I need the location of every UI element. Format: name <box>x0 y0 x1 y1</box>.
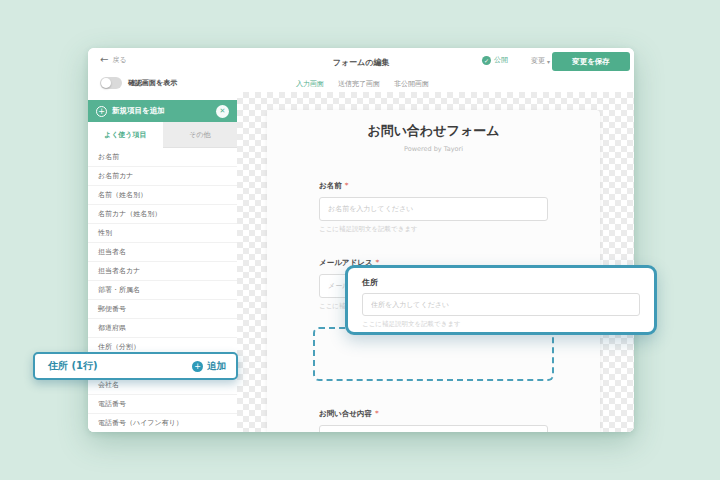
sidebar-tabs: よく使う項目 その他 <box>88 122 237 148</box>
field-label: お名前 <box>319 181 342 190</box>
required-mark: * <box>345 181 349 190</box>
drop-zone[interactable] <box>313 327 554 381</box>
add-item-label: 新規項目を追加 <box>112 106 216 116</box>
sidebar-item-contact-person[interactable]: 担当者名 <box>88 243 237 262</box>
form-field-name: お名前* ここに補足説明文を記載できます <box>319 173 548 234</box>
sidebar-item-name[interactable]: お名前 <box>88 148 237 167</box>
field-label: お問い合せ内容 <box>319 409 372 418</box>
sidebar-item-name-kana-split[interactable]: 名前カナ（姓名別） <box>88 205 237 224</box>
subheader: 確認画面を表示 入力画面 送信完了画面 非公開画面 <box>88 74 634 92</box>
toggle-knob <box>101 78 111 88</box>
drag-item-label: 住所 (1行) <box>48 359 192 373</box>
floating-field-card[interactable]: 住所 ここに補足説明文を記載できます <box>345 265 657 335</box>
sidebar-item-gender[interactable]: 性別 <box>88 224 237 243</box>
stage: ← 戻る フォームの編集 ✓ 公開 変更 ▾ 変更を保存 確認画面を表示 <box>0 0 720 480</box>
sidebar-item-phone-hyphen[interactable]: 電話番号（ハイフン有り） <box>88 414 237 432</box>
form-field-message: お問い合せ内容* <box>319 401 548 432</box>
plus-icon: + <box>192 361 203 372</box>
sidebar-field-list: お名前 お名前カナ 名前（姓名別） 名前カナ（姓名別） 性別 担当者名 担当者名… <box>88 148 237 432</box>
powered-by-label: Powered by Tayori <box>319 145 548 153</box>
drag-ghost-item[interactable]: 住所 (1行) + 追加 <box>33 352 238 380</box>
chevron-down-icon: ▾ <box>547 58 550 65</box>
sidebar-item-name-split[interactable]: 名前（姓名別） <box>88 186 237 205</box>
name-input[interactable] <box>319 197 548 221</box>
toggle-switch[interactable] <box>100 77 122 89</box>
card-help-text: ここに補足説明文を記載できます <box>362 320 640 329</box>
plus-circle-icon: + <box>96 106 107 117</box>
add-field-button[interactable]: + 追加 <box>192 360 226 373</box>
window-header: ← 戻る フォームの編集 ✓ 公開 変更 ▾ 変更を保存 <box>88 48 634 74</box>
add-button-label: 追加 <box>207 360 226 373</box>
sidebar-item-postal-code[interactable]: 郵便番号 <box>88 300 237 319</box>
changes-menu-label: 変更 <box>531 56 545 66</box>
required-mark: * <box>375 409 379 418</box>
sidebar-item-phone[interactable]: 電話番号 <box>88 395 237 414</box>
sidebar-item-name-kana[interactable]: お名前カナ <box>88 167 237 186</box>
field-help-text: ここに補足説明文を記載できます <box>319 225 548 234</box>
sidebar-tab-other[interactable]: その他 <box>163 122 238 148</box>
publish-status-badge: ✓ 公開 <box>482 55 508 65</box>
sidebar: + 新規項目を追加 ✕ よく使う項目 その他 お名前 お名前カナ 名前（姓名別）… <box>88 100 237 432</box>
toggle-label: 確認画面を表示 <box>128 78 177 88</box>
changes-menu[interactable]: 変更 ▾ <box>531 56 550 66</box>
card-field-label: 住所 <box>362 277 640 288</box>
confirm-screen-toggle[interactable]: 確認画面を表示 <box>100 77 177 89</box>
save-changes-button[interactable]: 変更を保存 <box>552 52 630 71</box>
form-preview-area: お問い合わせフォーム Powered by Tayori お名前* ここに補足説… <box>237 92 634 432</box>
sidebar-tab-frequent[interactable]: よく使う項目 <box>88 122 163 148</box>
sidebar-item-prefecture[interactable]: 都道府県 <box>88 319 237 338</box>
status-check-icon: ✓ <box>482 56 491 65</box>
status-label: 公開 <box>494 55 508 65</box>
add-item-header[interactable]: + 新規項目を追加 ✕ <box>88 100 237 122</box>
message-textarea[interactable] <box>319 425 548 432</box>
close-icon[interactable]: ✕ <box>216 105 229 118</box>
form-title: お問い合わせフォーム <box>319 122 548 140</box>
sidebar-item-department[interactable]: 部署・所属名 <box>88 281 237 300</box>
sidebar-item-contact-person-kana[interactable]: 担当者名カナ <box>88 262 237 281</box>
address-input[interactable] <box>362 293 640 316</box>
